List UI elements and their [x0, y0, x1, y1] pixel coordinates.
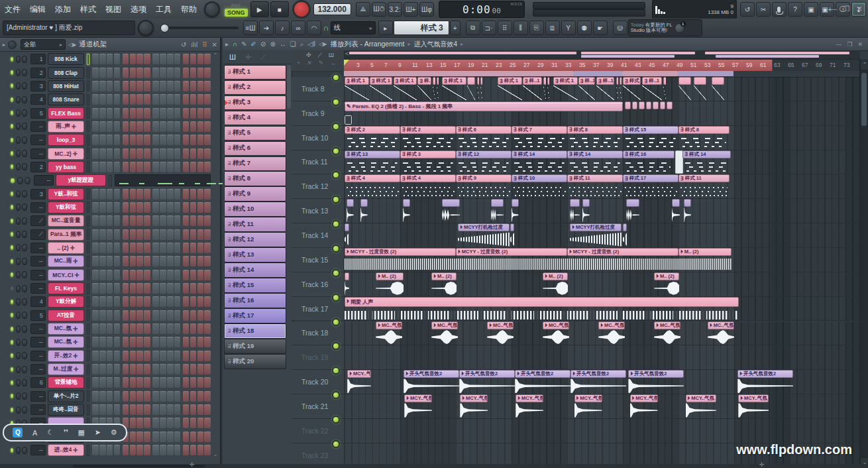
step-cell[interactable] — [190, 404, 197, 415]
pattern-item[interactable]: ∃样式 17 — [224, 308, 286, 323]
plugin-picker-icon[interactable]: 🗎 — [545, 21, 560, 35]
step-cell[interactable] — [152, 135, 159, 145]
step-cell[interactable] — [107, 215, 113, 226]
clip[interactable] — [672, 199, 680, 223]
step-cell[interactable] — [160, 68, 166, 78]
track-lane[interactable]: ⏵MCY..气氛⏵开头气氛音效2⏵开头气氛音效2⏵开头气氛音效2⏵开头气氛音效2… — [345, 370, 868, 394]
step-cell[interactable] — [114, 215, 121, 226]
step-cell[interactable] — [167, 54, 174, 64]
channel-number[interactable]: -- — [30, 323, 46, 334]
step-cell[interactable] — [130, 404, 136, 415]
step-cell[interactable] — [123, 256, 129, 266]
clip[interactable] — [347, 199, 354, 223]
channel-volume-knob[interactable] — [22, 392, 27, 400]
channel-select-indicator[interactable] — [87, 161, 89, 172]
step-cell[interactable] — [204, 108, 211, 119]
pattern-item[interactable]: ∃样式 3 — [224, 95, 286, 110]
step-cell[interactable] — [174, 215, 181, 226]
channel-name-button[interactable]: 雨..声 ✛ — [48, 121, 85, 133]
track-lane[interactable]: ⏵雨爱 人声 — [345, 297, 868, 322]
step-cell[interactable] — [160, 148, 166, 159]
step-cell[interactable] — [114, 323, 121, 334]
step-cell[interactable] — [144, 229, 150, 240]
step-cell[interactable] — [204, 391, 211, 402]
step-cell[interactable] — [160, 135, 166, 145]
clip[interactable]: ∃样式 1 — [345, 77, 369, 101]
channel-volume-knob[interactable] — [22, 82, 27, 89]
step-cell[interactable] — [190, 81, 197, 91]
step-cell[interactable] — [160, 377, 166, 388]
clip[interactable]: ⏵开头气氛音效2 — [628, 370, 684, 394]
channel-volume-knob[interactable] — [22, 137, 27, 144]
step-cell[interactable] — [160, 283, 166, 294]
pianoroll-window-icon[interactable]: ⊐· — [482, 21, 496, 35]
step-cell[interactable] — [130, 94, 136, 105]
minimize-button[interactable]: — — [830, 5, 837, 13]
step-cell[interactable] — [152, 202, 159, 213]
step-cell[interactable] — [114, 54, 121, 64]
step-cell[interactable] — [197, 432, 204, 442]
track-led[interactable] — [332, 171, 340, 179]
step-cell[interactable] — [183, 215, 190, 226]
track-lane[interactable]: ⏵M.. (2)⏵M.. (2)⏵M.. (2)⏵M.. (2) — [345, 272, 868, 297]
pattern-item[interactable]: ∃样式 4 — [224, 111, 286, 125]
channel-pan-knob[interactable] — [16, 352, 21, 359]
step-cell[interactable] — [130, 432, 136, 442]
step-cell[interactable] — [167, 391, 174, 402]
channel-volume-knob[interactable] — [22, 339, 27, 346]
channel-select-indicator[interactable] — [87, 296, 89, 308]
channel-name-button[interactable]: .. (2) ✛ — [48, 242, 85, 254]
step-cell[interactable] — [183, 243, 190, 253]
clip[interactable]: ∃样式 14 — [682, 150, 730, 174]
pattern-item[interactable]: ∃样式 12 — [224, 232, 286, 247]
step-cell[interactable] — [190, 135, 197, 145]
clip[interactable] — [639, 101, 644, 109]
step-cell[interactable] — [130, 391, 136, 402]
step-cell[interactable] — [197, 337, 204, 347]
text-tool-icon[interactable]: A — [32, 429, 37, 437]
pattern-item[interactable]: ∃样式 6 — [224, 141, 286, 156]
clip[interactable] — [491, 199, 504, 223]
step-cell[interactable] — [183, 202, 190, 213]
channel-mute-led[interactable] — [11, 300, 13, 304]
step-cell[interactable] — [107, 189, 113, 200]
step-cell[interactable] — [136, 351, 143, 361]
save-icon[interactable]: ▣ — [804, 2, 818, 17]
channel-pan-knob[interactable] — [16, 285, 21, 292]
track-lane[interactable]: ∃样式 2∃样式 2∃样式 6∃样式 7∃样式 8∃样式 15∃样式 8 — [345, 126, 868, 150]
step-cell[interactable] — [92, 391, 99, 402]
step-cell[interactable] — [123, 215, 129, 226]
step-cell[interactable] — [197, 135, 204, 145]
step-cell[interactable] — [130, 296, 136, 307]
step-cell[interactable] — [99, 243, 106, 253]
step-cell[interactable] — [197, 94, 204, 105]
clip[interactable] — [626, 199, 639, 223]
step-cell[interactable] — [144, 337, 150, 347]
channel-name-button[interactable]: MC..氛 ✛ — [48, 323, 85, 335]
channel-number[interactable]: 3 — [30, 189, 46, 200]
step-cell[interactable] — [204, 323, 211, 334]
channel-select-indicator[interactable] — [87, 67, 89, 78]
channel-mute-led[interactable] — [11, 111, 13, 115]
channel-pan-knob[interactable] — [16, 82, 21, 89]
step-cell[interactable] — [114, 135, 121, 145]
track-led[interactable] — [332, 196, 340, 204]
step-cell[interactable] — [152, 351, 159, 361]
channel-name-button[interactable]: yy bass — [48, 161, 85, 173]
channel-volume-knob[interactable] — [22, 312, 27, 319]
step-cell[interactable] — [92, 310, 99, 321]
step-cell[interactable] — [123, 323, 129, 334]
step-cell[interactable] — [123, 68, 129, 78]
step-cell[interactable] — [92, 377, 99, 388]
step-cell[interactable] — [174, 310, 181, 321]
pattern-item[interactable]: ∃样式 1 — [224, 65, 286, 80]
step-cell[interactable] — [197, 202, 204, 213]
step-cell[interactable] — [107, 121, 113, 132]
step-cell[interactable] — [190, 337, 197, 347]
step-cell[interactable] — [123, 243, 129, 253]
channel-select-indicator[interactable] — [87, 310, 89, 321]
step-cell[interactable] — [190, 351, 197, 361]
undo-icon[interactable]: ↺ — [740, 2, 755, 17]
follow-playback-icon[interactable]: ➔ — [259, 21, 274, 35]
step-cell[interactable] — [167, 445, 174, 455]
